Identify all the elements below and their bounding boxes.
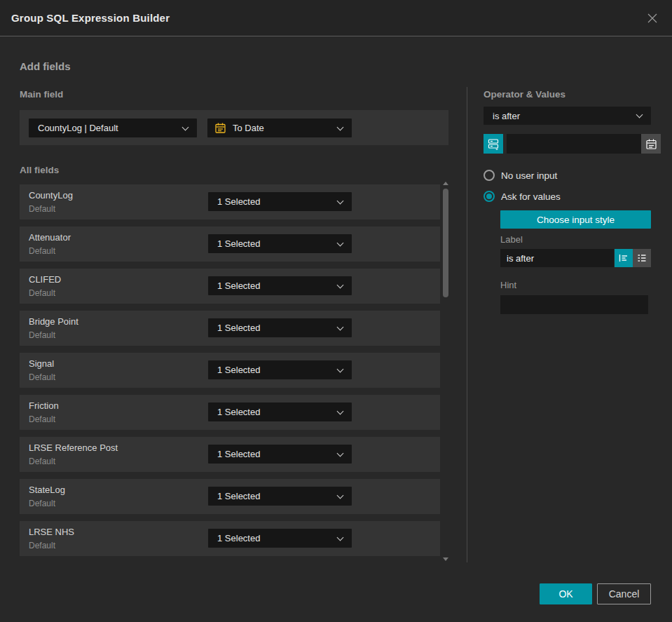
field-subtitle: Default [29, 330, 55, 340]
group-sql-expression-builder-dialog: Group SQL Expression Builder Add fields … [0, 0, 672, 622]
chevron-down-icon [337, 407, 344, 414]
label-field-label: Label [500, 234, 651, 245]
value-source-toggle-button[interactable] [484, 134, 503, 154]
field-selected-dropdown[interactable]: 1 Selected [208, 276, 352, 295]
field-name: Signal [29, 358, 54, 369]
chevron-down-icon [337, 492, 344, 499]
operator-select[interactable]: is after [484, 107, 651, 125]
choose-input-style-button[interactable]: Choose input style [500, 210, 651, 229]
field-subtitle: Default [29, 414, 55, 424]
field-name: StateLog [29, 485, 65, 495]
field-selected-dropdown[interactable]: 1 Selected [208, 318, 352, 337]
chevron-down-icon [337, 197, 344, 204]
field-name: LRSE Reference Post [29, 442, 118, 453]
chevron-down-icon [337, 123, 344, 130]
main-field-date-select[interactable]: To Date [207, 119, 352, 137]
selected-count: 1 Selected [217, 323, 260, 333]
chevron-down-icon [182, 123, 189, 130]
add-fields-heading: Add fields [20, 60, 71, 72]
ok-button[interactable]: OK [540, 583, 592, 604]
field-subtitle: Default [29, 541, 55, 550]
field-selected-dropdown[interactable]: 1 Selected [208, 192, 352, 211]
selected-count: 1 Selected [217, 365, 260, 375]
calendar-icon [645, 138, 657, 150]
scrollbar-down-arrow-icon[interactable] [443, 557, 448, 561]
bullet-list-icon [636, 252, 647, 264]
radio-unchecked-icon [484, 170, 495, 181]
chevron-down-icon [337, 323, 344, 330]
hint-field-label: Hint [500, 280, 651, 290]
single-value-style-button[interactable] [615, 249, 633, 267]
scrollbar-thumb[interactable] [443, 189, 448, 297]
field-name: CLIFED [29, 274, 61, 285]
selected-count: 1 Selected [217, 238, 260, 249]
date-picker-button[interactable] [641, 134, 661, 154]
stacked-values-icon [487, 137, 500, 150]
field-row-clifed: CLIFED Default 1 Selected [20, 269, 440, 304]
selected-count: 1 Selected [217, 491, 260, 501]
list-style-button[interactable] [633, 249, 651, 267]
radio-ask-for-values-label: Ask for values [501, 191, 561, 202]
label-input-row [500, 249, 651, 267]
dialog-title: Group SQL Expression Builder [11, 12, 170, 24]
hint-input[interactable] [500, 295, 648, 314]
cancel-button[interactable]: Cancel [597, 583, 651, 604]
selected-count: 1 Selected [217, 196, 260, 207]
selected-count: 1 Selected [217, 407, 260, 417]
field-name: CountyLog [29, 190, 73, 201]
field-selected-dropdown[interactable]: 1 Selected [208, 445, 352, 464]
field-subtitle: Default [29, 246, 55, 256]
field-name: LRSE NHS [29, 527, 74, 537]
field-selected-dropdown[interactable]: 1 Selected [208, 360, 352, 379]
value-input-row [484, 134, 651, 154]
scrollbar-up-arrow-icon[interactable] [443, 182, 448, 185]
main-field-label: Main field [20, 89, 63, 100]
main-field-date-select-value: To Date [233, 123, 264, 133]
field-row-friction: Friction Default 1 Selected [20, 395, 440, 430]
field-row-signal: Signal Default 1 Selected [20, 353, 440, 388]
radio-ask-for-values[interactable]: Ask for values [484, 191, 651, 202]
main-field-panel: CountyLog | Default To Date [20, 110, 448, 145]
field-row-countylog: CountyLog Default 1 Selected [20, 184, 440, 219]
main-field-select-value: CountyLog | Default [38, 123, 118, 133]
field-name: Attenuator [29, 232, 71, 243]
list-scrollbar[interactable] [442, 180, 449, 562]
all-fields-label: All fields [20, 165, 59, 175]
field-subtitle: Default [29, 457, 55, 466]
radio-checked-icon [484, 191, 495, 202]
value-input[interactable] [507, 134, 641, 154]
selected-count: 1 Selected [217, 533, 260, 543]
field-name: Bridge Point [29, 316, 78, 327]
field-name: Friction [29, 400, 59, 411]
selected-count: 1 Selected [217, 449, 260, 459]
field-selected-dropdown[interactable]: 1 Selected [208, 234, 352, 253]
field-row-bridge-point: Bridge Point Default 1 Selected [20, 311, 440, 346]
close-icon[interactable] [644, 10, 661, 27]
operator-values-panel: is after [484, 107, 651, 314]
selected-count: 1 Selected [217, 280, 260, 291]
field-row-lrse-reference-post: LRSE Reference Post Default 1 Selected [20, 437, 440, 472]
field-selected-dropdown[interactable]: 1 Selected [208, 487, 352, 506]
field-selected-dropdown[interactable]: 1 Selected [208, 403, 352, 421]
chevron-down-icon [337, 534, 344, 541]
chevron-down-icon [337, 239, 344, 246]
align-left-icon [618, 252, 629, 264]
field-selected-dropdown[interactable]: 1 Selected [208, 529, 352, 548]
label-input[interactable] [500, 249, 614, 267]
dialog-titlebar: Group SQL Expression Builder [0, 0, 672, 36]
radio-no-user-input[interactable]: No user input [484, 170, 651, 181]
all-fields-list: CountyLog Default 1 Selected Attenuator … [20, 184, 440, 563]
chevron-down-icon [636, 111, 643, 119]
operator-values-heading: Operator & Values [484, 89, 565, 100]
main-field-select[interactable]: CountyLog | Default [29, 119, 197, 137]
chevron-down-icon [337, 449, 344, 457]
panel-divider [467, 87, 467, 562]
field-subtitle: Default [29, 499, 55, 508]
ask-for-values-options: Choose input style Label [500, 210, 651, 314]
field-row-attenuator: Attenuator Default 1 Selected [20, 227, 440, 262]
field-subtitle: Default [29, 372, 55, 382]
operator-select-value: is after [493, 111, 520, 121]
chevron-down-icon [337, 281, 344, 288]
field-row-lrse-nhs: LRSE NHS Default 1 Selected [20, 521, 440, 556]
field-subtitle: Default [29, 288, 55, 298]
